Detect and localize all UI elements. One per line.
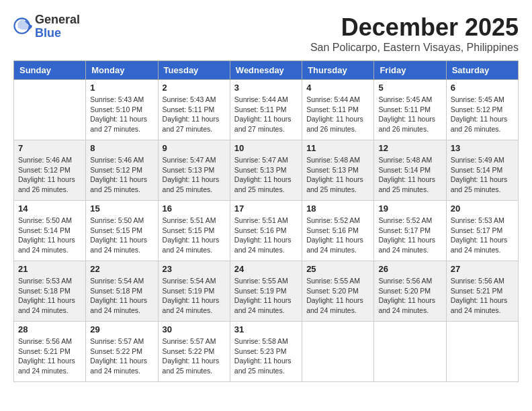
weekday-header-thursday: Thursday	[302, 61, 374, 80]
week-row-3: 21Sunrise: 5:53 AMSunset: 5:18 PMDayligh…	[14, 261, 519, 322]
day-number: 3	[234, 83, 298, 93]
calendar-cell: 29Sunrise: 5:57 AMSunset: 5:22 PMDayligh…	[86, 322, 158, 382]
weekday-header-friday: Friday	[374, 61, 446, 80]
calendar-cell: 16Sunrise: 5:51 AMSunset: 5:15 PMDayligh…	[158, 201, 230, 261]
calendar-cell: 2Sunrise: 5:43 AMSunset: 5:11 PMDaylight…	[158, 80, 230, 140]
title-area: December 2025 San Policarpo, Eastern Vis…	[310, 13, 519, 54]
cell-content: Sunrise: 5:45 AMSunset: 5:11 PMDaylight:…	[378, 95, 441, 134]
day-number: 10	[234, 143, 298, 153]
cell-content: Sunrise: 5:44 AMSunset: 5:11 PMDaylight:…	[306, 95, 369, 134]
day-number: 24	[234, 264, 298, 274]
logo-line1: General	[35, 13, 80, 27]
calendar-cell: 20Sunrise: 5:53 AMSunset: 5:17 PMDayligh…	[446, 201, 518, 261]
calendar-cell: 25Sunrise: 5:55 AMSunset: 5:20 PMDayligh…	[302, 261, 374, 322]
day-number: 31	[234, 324, 298, 334]
cell-content: Sunrise: 5:50 AMSunset: 5:15 PMDaylight:…	[90, 216, 153, 255]
calendar-cell: 13Sunrise: 5:49 AMSunset: 5:14 PMDayligh…	[446, 140, 518, 201]
calendar-cell: 3Sunrise: 5:44 AMSunset: 5:11 PMDaylight…	[230, 80, 302, 140]
cell-content: Sunrise: 5:57 AMSunset: 5:22 PMDaylight:…	[163, 336, 226, 376]
calendar-cell	[302, 322, 374, 382]
cell-content: Sunrise: 5:48 AMSunset: 5:14 PMDaylight:…	[378, 155, 441, 195]
day-number: 17	[234, 203, 298, 214]
day-number: 23	[163, 264, 226, 274]
day-number: 4	[306, 83, 369, 93]
day-number: 1	[90, 83, 153, 93]
calendar-cell: 19Sunrise: 5:52 AMSunset: 5:17 PMDayligh…	[374, 201, 446, 261]
calendar-cell: 31Sunrise: 5:58 AMSunset: 5:23 PMDayligh…	[230, 322, 302, 382]
calendar-cell: 17Sunrise: 5:51 AMSunset: 5:16 PMDayligh…	[230, 201, 302, 261]
calendar-cell: 9Sunrise: 5:47 AMSunset: 5:13 PMDaylight…	[158, 140, 230, 201]
cell-content: Sunrise: 5:57 AMSunset: 5:22 PMDaylight:…	[90, 336, 153, 376]
cell-content: Sunrise: 5:45 AMSunset: 5:12 PMDaylight:…	[451, 95, 514, 134]
calendar-cell: 18Sunrise: 5:52 AMSunset: 5:16 PMDayligh…	[302, 201, 374, 261]
day-number: 19	[378, 203, 441, 214]
cell-content: Sunrise: 5:56 AMSunset: 5:20 PMDaylight:…	[378, 276, 441, 316]
weekday-header-saturday: Saturday	[446, 61, 518, 80]
logo: General Blue	[13, 13, 80, 40]
calendar-table: SundayMondayTuesdayWednesdayThursdayFrid…	[13, 60, 519, 382]
logo-line2: Blue	[35, 27, 80, 40]
month-title: December 2025	[310, 13, 519, 42]
calendar-cell	[374, 322, 446, 382]
calendar-cell: 5Sunrise: 5:45 AMSunset: 5:11 PMDaylight…	[374, 80, 446, 140]
page-header: General Blue December 2025 San Policarpo…	[13, 13, 519, 54]
day-number: 20	[451, 203, 514, 214]
cell-content: Sunrise: 5:43 AMSunset: 5:11 PMDaylight:…	[163, 95, 226, 134]
cell-content: Sunrise: 5:49 AMSunset: 5:14 PMDaylight:…	[451, 155, 514, 195]
week-row-0: 1Sunrise: 5:43 AMSunset: 5:10 PMDaylight…	[14, 80, 519, 140]
cell-content: Sunrise: 5:55 AMSunset: 5:19 PMDaylight:…	[234, 276, 298, 316]
day-number: 25	[306, 264, 369, 274]
day-number: 16	[163, 203, 226, 214]
logo-icon	[13, 17, 32, 36]
weekday-header-wednesday: Wednesday	[230, 61, 302, 80]
location-title: San Policarpo, Eastern Visayas, Philippi…	[310, 42, 519, 54]
cell-content: Sunrise: 5:52 AMSunset: 5:17 PMDaylight:…	[378, 216, 441, 255]
day-number: 13	[451, 143, 514, 153]
day-number: 22	[90, 264, 153, 274]
cell-content: Sunrise: 5:58 AMSunset: 5:23 PMDaylight:…	[234, 336, 298, 376]
day-number: 30	[163, 324, 226, 334]
week-row-2: 14Sunrise: 5:50 AMSunset: 5:14 PMDayligh…	[14, 201, 519, 261]
cell-content: Sunrise: 5:53 AMSunset: 5:17 PMDaylight:…	[451, 216, 514, 255]
cell-content: Sunrise: 5:46 AMSunset: 5:12 PMDaylight:…	[90, 155, 153, 195]
calendar-cell: 1Sunrise: 5:43 AMSunset: 5:10 PMDaylight…	[86, 80, 158, 140]
cell-content: Sunrise: 5:54 AMSunset: 5:18 PMDaylight:…	[90, 276, 153, 316]
week-row-1: 7Sunrise: 5:46 AMSunset: 5:12 PMDaylight…	[14, 140, 519, 201]
day-number: 11	[306, 143, 369, 153]
weekday-header-monday: Monday	[86, 61, 158, 80]
calendar-cell: 26Sunrise: 5:56 AMSunset: 5:20 PMDayligh…	[374, 261, 446, 322]
cell-content: Sunrise: 5:56 AMSunset: 5:21 PMDaylight:…	[18, 336, 81, 376]
cell-content: Sunrise: 5:43 AMSunset: 5:10 PMDaylight:…	[90, 95, 153, 134]
calendar-cell: 10Sunrise: 5:47 AMSunset: 5:13 PMDayligh…	[230, 140, 302, 201]
day-number: 5	[378, 83, 441, 93]
day-number: 6	[451, 83, 514, 93]
cell-content: Sunrise: 5:48 AMSunset: 5:13 PMDaylight:…	[306, 155, 369, 195]
day-number: 2	[163, 83, 226, 93]
calendar-cell: 8Sunrise: 5:46 AMSunset: 5:12 PMDaylight…	[86, 140, 158, 201]
calendar-cell: 21Sunrise: 5:53 AMSunset: 5:18 PMDayligh…	[14, 261, 86, 322]
calendar-cell: 23Sunrise: 5:54 AMSunset: 5:19 PMDayligh…	[158, 261, 230, 322]
day-number: 27	[451, 264, 514, 274]
calendar-cell: 15Sunrise: 5:50 AMSunset: 5:15 PMDayligh…	[86, 201, 158, 261]
cell-content: Sunrise: 5:55 AMSunset: 5:20 PMDaylight:…	[306, 276, 369, 316]
day-number: 12	[378, 143, 441, 153]
day-number: 15	[90, 203, 153, 214]
day-number: 21	[18, 264, 81, 274]
calendar-cell: 11Sunrise: 5:48 AMSunset: 5:13 PMDayligh…	[302, 140, 374, 201]
calendar-cell	[446, 322, 518, 382]
cell-content: Sunrise: 5:51 AMSunset: 5:16 PMDaylight:…	[234, 216, 298, 255]
calendar-cell: 7Sunrise: 5:46 AMSunset: 5:12 PMDaylight…	[14, 140, 86, 201]
cell-content: Sunrise: 5:52 AMSunset: 5:16 PMDaylight:…	[306, 216, 369, 255]
cell-content: Sunrise: 5:47 AMSunset: 5:13 PMDaylight:…	[234, 155, 298, 195]
calendar-cell: 4Sunrise: 5:44 AMSunset: 5:11 PMDaylight…	[302, 80, 374, 140]
calendar-cell: 28Sunrise: 5:56 AMSunset: 5:21 PMDayligh…	[14, 322, 86, 382]
calendar-cell: 22Sunrise: 5:54 AMSunset: 5:18 PMDayligh…	[86, 261, 158, 322]
day-number: 18	[306, 203, 369, 214]
cell-content: Sunrise: 5:50 AMSunset: 5:14 PMDaylight:…	[18, 216, 81, 255]
weekday-header-tuesday: Tuesday	[158, 61, 230, 80]
calendar-cell: 27Sunrise: 5:56 AMSunset: 5:21 PMDayligh…	[446, 261, 518, 322]
day-number: 29	[90, 324, 153, 334]
week-row-4: 28Sunrise: 5:56 AMSunset: 5:21 PMDayligh…	[14, 322, 519, 382]
cell-content: Sunrise: 5:54 AMSunset: 5:19 PMDaylight:…	[163, 276, 226, 316]
day-number: 8	[90, 143, 153, 153]
